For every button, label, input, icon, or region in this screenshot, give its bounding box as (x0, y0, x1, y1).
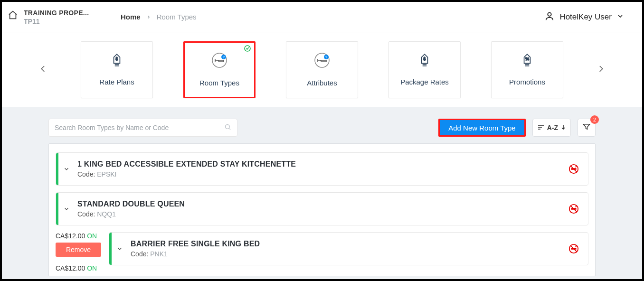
expand-toggle[interactable] (58, 193, 75, 225)
sort-label: A-Z (547, 124, 558, 131)
card-rate-plans[interactable]: $ Rate Plans (81, 41, 153, 98)
sort-button[interactable]: A-Z (532, 119, 571, 137)
price-tag-icon: $ (111, 53, 123, 69)
svg-text:$: $ (424, 56, 426, 61)
card-label: Rate Plans (99, 78, 134, 86)
sort-lines-icon (538, 124, 544, 131)
room-type-code: Code: PNK1 (131, 250, 557, 258)
room-type-code: Code: NQQ1 (77, 210, 557, 218)
bed-icon: ? (211, 52, 227, 70)
home-icon (7, 9, 19, 21)
card-promotions[interactable]: % Promotions (491, 41, 563, 98)
card-label: Attributes (307, 79, 337, 87)
card-room-types[interactable]: ? Room Types (183, 41, 256, 98)
no-smoking-icon (559, 233, 588, 265)
remove-button[interactable]: Remove (56, 243, 101, 257)
chevron-right-icon (146, 13, 151, 21)
no-smoking-icon (559, 193, 588, 225)
svg-text:?: ? (223, 56, 225, 59)
room-type-title: BARRIER FREE SINGLE KING BED (131, 240, 557, 248)
card-label: Room Types (199, 79, 239, 87)
breadcrumb-current: Room Types (157, 13, 197, 21)
user-menu[interactable]: HotelKey User (544, 11, 637, 23)
card-label: Promotions (509, 78, 545, 86)
svg-point-0 (548, 12, 551, 16)
svg-text:$: $ (116, 56, 118, 61)
room-type-row[interactable]: 1 KING BED ACCESSIBLE EXTENDED STAY KITC… (56, 152, 588, 186)
room-type-row[interactable]: STANDARD DOUBLE QUEEN Code: NQQ1 (56, 192, 588, 225)
room-type-title: STANDARD DOUBLE QUEEN (77, 200, 557, 208)
breadcrumb-home[interactable]: Home (121, 13, 141, 21)
chevron-down-icon (616, 12, 624, 22)
svg-text:%: % (525, 56, 529, 61)
room-type-code: Code: EPSKI (77, 170, 557, 178)
card-attributes[interactable]: ? Attributes (286, 41, 358, 98)
expand-toggle[interactable] (112, 233, 128, 265)
funnel-icon (582, 122, 591, 133)
svg-point-17 (226, 124, 230, 129)
filter-button[interactable]: 2 (578, 119, 596, 137)
bed-icon: ? (314, 52, 330, 70)
add-room-type-button[interactable]: Add New Room Type (438, 119, 525, 137)
carousel-prev[interactable] (39, 62, 47, 77)
property-name: TRAINING PROPE... (24, 9, 89, 17)
expand-toggle[interactable] (58, 153, 75, 185)
user-name: HotelKey User (559, 12, 612, 22)
breadcrumb: Home Room Types (121, 13, 197, 21)
user-icon (544, 11, 555, 23)
filter-badge: 2 (590, 115, 599, 124)
property-code: TP11 (24, 18, 89, 25)
room-type-title: 1 KING BED ACCESSIBLE EXTENDED STAY KITC… (77, 160, 557, 169)
carousel-next[interactable] (597, 62, 605, 77)
arrow-down-icon (561, 124, 566, 131)
room-type-row[interactable]: BARRIER FREE SINGLE KING BED Code: PNK1 (109, 232, 588, 265)
no-smoking-icon (559, 153, 588, 185)
search-input[interactable] (55, 124, 224, 131)
price-line: CA$12.00 ON (56, 232, 101, 240)
svg-text:?: ? (325, 56, 327, 59)
add-button-label: Add New Room Type (448, 124, 515, 132)
check-circle-icon (244, 45, 251, 54)
search-input-wrap[interactable] (48, 119, 237, 137)
price-tag-icon: $ (418, 53, 431, 69)
card-label: Package Rates (400, 78, 449, 86)
card-package-rates[interactable]: $ Package Rates (388, 41, 461, 98)
price-line: CA$12.00 ON (56, 264, 101, 272)
search-icon (224, 123, 231, 132)
percent-tag-icon: % (521, 53, 533, 69)
